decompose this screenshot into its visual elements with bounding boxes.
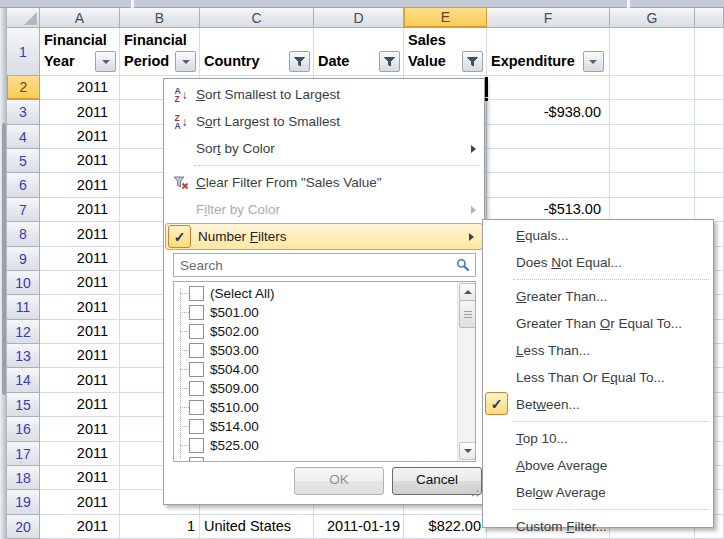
cell-A12[interactable]: 2011 — [40, 320, 120, 344]
cell-B20[interactable]: 1 — [120, 515, 200, 539]
row-header-17[interactable]: 17 — [7, 442, 40, 466]
cell-E20[interactable]: $822.00 — [404, 515, 487, 539]
cell-H3[interactable] — [695, 100, 724, 125]
cell-A5[interactable]: 2011 — [40, 149, 120, 173]
cell-A11[interactable]: 2011 — [40, 295, 120, 320]
cell-A4[interactable]: 2011 — [40, 125, 120, 149]
cell-F4[interactable] — [487, 125, 610, 149]
header-cell-country[interactable]: Country — [200, 28, 314, 76]
scrollbar-thumb[interactable] — [459, 300, 476, 328]
filter-dropdown-button-expenditure[interactable] — [583, 51, 604, 72]
submenu-item-below-average[interactable]: Below Average — [483, 479, 713, 506]
header-cell-financial-period[interactable]: FinancialPeriod — [120, 28, 200, 76]
cell-A8[interactable]: 2011 — [40, 222, 120, 247]
cell-D20[interactable]: 2011-01-19 — [314, 515, 404, 539]
row-header-11[interactable]: 11 — [7, 295, 40, 320]
row-header-8[interactable]: 8 — [7, 222, 40, 247]
submenu-item-between[interactable]: ✓Between... — [483, 391, 713, 418]
filter-list-item-partial[interactable] — [174, 455, 475, 462]
header-cell-expenditure[interactable]: Expenditure — [487, 28, 610, 76]
cell-G6[interactable] — [610, 173, 695, 198]
cell-F6[interactable] — [487, 173, 610, 198]
checkbox[interactable] — [189, 400, 204, 415]
cell-A15[interactable]: 2011 — [40, 393, 120, 417]
row-header-16[interactable]: 16 — [7, 417, 40, 442]
filter-dropdown-button-financial-period[interactable] — [175, 51, 196, 72]
row-header-14[interactable]: 14 — [7, 368, 40, 393]
cell-G2[interactable] — [610, 76, 695, 100]
row-header-4[interactable]: 4 — [7, 125, 40, 149]
ok-button[interactable]: OK — [294, 467, 384, 495]
filter-list-item-502-00[interactable]: $502.00 — [174, 322, 475, 341]
cell-H6[interactable] — [695, 173, 724, 198]
menu-item-sort-largest-to-smallest[interactable]: ZA↓Sort Largest to Smallest — [164, 108, 484, 135]
column-header-f[interactable]: F — [487, 8, 610, 28]
row-header-3[interactable]: 3 — [7, 100, 40, 125]
filter-applied-button-country[interactable] — [289, 51, 310, 72]
row-header-15[interactable]: 15 — [7, 393, 40, 417]
header-cell-date[interactable]: Date — [314, 28, 404, 76]
checkbox[interactable] — [189, 438, 204, 453]
header-cell-financial-year[interactable]: FinancialYear — [40, 28, 120, 76]
header-cell-sales-value[interactable]: SalesValue — [404, 28, 487, 76]
submenu-item-top-10[interactable]: Top 10... — [483, 425, 713, 452]
select-all-corner[interactable] — [7, 8, 40, 28]
filter-applied-button-sales-value[interactable] — [462, 51, 483, 72]
cell-H4[interactable] — [695, 125, 724, 149]
row-header-5[interactable]: 5 — [7, 149, 40, 173]
cell-A7[interactable]: 2011 — [40, 198, 120, 222]
row-header-6[interactable]: 6 — [7, 173, 40, 198]
cell-G3[interactable] — [610, 100, 695, 125]
cell-F2[interactable] — [487, 76, 610, 100]
filter-dropdown-button-financial-year[interactable] — [95, 51, 116, 72]
checkbox[interactable] — [189, 324, 204, 339]
column-header-b[interactable]: B — [120, 8, 200, 28]
row-header-18[interactable]: 18 — [7, 466, 40, 490]
cell-A9[interactable]: 2011 — [40, 247, 120, 271]
cell-A16[interactable]: 2011 — [40, 417, 120, 442]
filter-list-item-select-all[interactable]: (Select All) — [174, 284, 475, 303]
filter-list-item-510-00[interactable]: $510.00 — [174, 398, 475, 417]
cell-H5[interactable] — [695, 149, 724, 173]
submenu-item-less-than[interactable]: Less Than... — [483, 337, 713, 364]
checkbox[interactable] — [189, 381, 204, 396]
scroll-down-button[interactable] — [459, 442, 476, 460]
cell-A10[interactable]: 2011 — [40, 271, 120, 295]
filter-applied-button-date[interactable] — [379, 51, 400, 72]
checkbox[interactable] — [189, 457, 204, 462]
submenu-item-greater-than[interactable]: Greater Than... — [483, 283, 713, 310]
column-header-e[interactable]: E — [404, 8, 487, 28]
row-header-19[interactable]: 19 — [7, 490, 40, 515]
menu-item-sort-smallest-to-largest[interactable]: AZ↓Sort Smallest to Largest — [164, 81, 484, 108]
checkbox[interactable] — [189, 305, 204, 320]
submenu-item-above-average[interactable]: Above Average — [483, 452, 713, 479]
submenu-item-greater-than-or-equal-to[interactable]: Greater Than Or Equal To... — [483, 310, 713, 337]
cell-A2[interactable]: 2011 — [40, 76, 120, 100]
filter-list-item-525-00[interactable]: $525.00 — [174, 436, 475, 455]
resize-grip-icon[interactable] — [467, 487, 480, 502]
search-icon[interactable] — [456, 258, 470, 275]
cell-A20[interactable]: 2011 — [40, 515, 120, 539]
cell-A19[interactable]: 2011 — [40, 490, 120, 515]
menu-item-sort-by-color[interactable]: Sort by Color — [164, 135, 484, 162]
row-header-10[interactable]: 10 — [7, 271, 40, 295]
filter-list-item-514-00[interactable]: $514.00 — [174, 417, 475, 436]
filter-list-item-503-00[interactable]: $503.00 — [174, 341, 475, 360]
submenu-item-custom-filter[interactable]: Custom Filter... — [483, 513, 713, 539]
cell-G5[interactable] — [610, 149, 695, 173]
cell-C20[interactable]: United States — [200, 515, 314, 539]
cell-A3[interactable]: 2011 — [40, 100, 120, 125]
filter-list-item-504-00[interactable]: $504.00 — [174, 360, 475, 379]
cell-H2[interactable] — [695, 76, 724, 100]
row-header-2[interactable]: 2 — [7, 76, 40, 100]
row-header-13[interactable]: 13 — [7, 344, 40, 368]
row-header-20[interactable]: 20 — [7, 515, 40, 539]
cell-A14[interactable]: 2011 — [40, 368, 120, 393]
cell-F3[interactable]: -$938.00 — [487, 100, 610, 125]
submenu-item-does-not-equal[interactable]: Does Not Equal... — [483, 249, 713, 276]
row-header-9[interactable]: 9 — [7, 247, 40, 271]
row-header-7[interactable]: 7 — [7, 198, 40, 222]
column-header-partial[interactable] — [695, 8, 724, 28]
column-header-a[interactable]: A — [40, 8, 120, 28]
checkbox[interactable] — [189, 343, 204, 358]
